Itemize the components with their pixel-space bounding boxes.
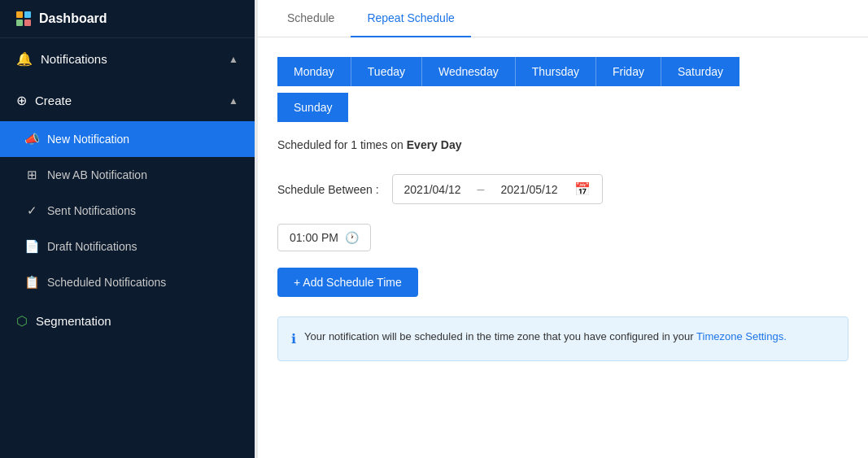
notifications-section: 🔔 Notifications ▲ ⊕ Create ▲ 📣 New Notif… [0,38,255,300]
schedule-description: Scheduled for 1 times on Every Day [277,138,848,151]
day-friday[interactable]: Friday [596,57,661,86]
add-schedule-time-button[interactable]: + Add Schedule Time [277,268,418,297]
ab-icon: ⊞ [24,168,39,182]
segmentation-label: Segmentation [36,314,111,328]
segmentation-header[interactable]: ⬡ Segmentation [0,300,255,342]
plus-circle-icon: ⊕ [16,93,27,108]
sidebar-item-draft-notifications[interactable]: 📄 Draft Notifications [0,229,255,264]
dashboard-label: Dashboard [39,11,107,26]
create-label: Create [35,94,72,107]
time-row: 01:00 PM 🕐 [277,224,848,251]
new-ab-notification-label: New AB Notification [47,168,147,181]
add-time-label: + Add Schedule Time [294,276,402,289]
content-area: Monday Tueday Wednesday Thursday Friday … [258,37,868,381]
info-box: ℹ Your notification will be scheduled in… [277,316,848,361]
days-row-1: Monday Tueday Wednesday Thursday Friday … [277,57,848,86]
date-range-picker[interactable]: 2021/04/12 – 2021/05/12 📅 [392,174,603,204]
sidebar-item-new-notification[interactable]: 📣 New Notification [0,121,255,157]
sent-notifications-label: Sent Notifications [47,204,136,217]
day-saturday[interactable]: Saturday [661,57,739,86]
new-notification-label: New Notification [47,133,129,146]
day-monday[interactable]: Monday [277,57,351,86]
clock-icon: 🕐 [345,231,359,244]
info-icon: ℹ [291,329,296,349]
sidebar-item-scheduled-notifications[interactable]: 📋 Scheduled Notifications [0,264,255,300]
sidebar-logo[interactable]: Dashboard [0,0,255,38]
calendar-icon: 📅 [574,181,591,197]
time-picker[interactable]: 01:00 PM 🕐 [277,224,371,251]
chevron-up-icon: ▲ [229,54,238,65]
schedule-between-row: Schedule Between : 2021/04/12 – 2021/05/… [277,174,848,204]
scheduled-icon: 📋 [24,275,39,290]
info-text-before: Your notification will be scheduled in t… [304,330,696,342]
notifications-header[interactable]: 🔔 Notifications ▲ [0,38,255,80]
day-thursday[interactable]: Thursday [516,57,596,86]
day-sunday[interactable]: Sunday [277,93,348,122]
sidebar-item-new-ab-notification[interactable]: ⊞ New AB Notification [0,157,255,193]
main-content: Schedule Repeat Schedule Monday Tueday W… [258,0,868,458]
info-text: Your notification will be scheduled in t… [304,329,787,345]
draft-notifications-label: Draft Notifications [47,240,137,253]
schedule-text-prefix: Scheduled for 1 times on [277,138,407,151]
sidebar-item-sent-notifications[interactable]: ✓ Sent Notifications [0,193,255,229]
date-separator: – [478,182,485,197]
start-date: 2021/04/12 [404,183,461,196]
tab-schedule[interactable]: Schedule [271,0,351,37]
day-wednesday[interactable]: Wednesday [422,57,516,86]
sidebar: Dashboard 🔔 Notifications ▲ ⊕ Create ▲ 📣… [0,0,255,458]
schedule-between-label: Schedule Between : [277,183,379,196]
tab-repeat-schedule[interactable]: Repeat Schedule [351,0,470,37]
dashboard-icon [16,11,31,26]
draft-icon: 📄 [24,239,39,254]
end-date: 2021/05/12 [501,183,558,196]
time-value: 01:00 PM [290,231,338,244]
create-header[interactable]: ⊕ Create ▲ [0,80,255,121]
checkmark-icon: ✓ [24,203,39,218]
notifications-label: Notifications [41,52,107,66]
day-tuesday[interactable]: Tueday [351,57,422,86]
timezone-settings-link[interactable]: Timezone Settings. [696,330,787,342]
megaphone-icon: 📣 [24,132,39,146]
chevron-up-icon-2: ▲ [229,95,238,107]
scheduled-notifications-label: Scheduled Notifications [47,276,166,289]
schedule-text-bold: Every Day [407,138,462,151]
days-row-2: Sunday [277,93,848,122]
bell-icon: 🔔 [16,51,33,67]
segmentation-icon: ⬡ [16,313,28,329]
tabs-container: Schedule Repeat Schedule [258,0,868,37]
